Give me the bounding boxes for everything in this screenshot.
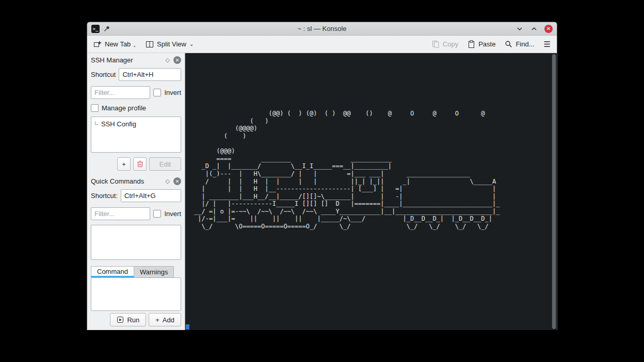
qc-shortcut-label: Shortcut: — [91, 192, 118, 200]
trash-icon — [137, 160, 143, 168]
ssh-manager-close-icon[interactable]: ✕ — [173, 56, 181, 64]
qc-run-button[interactable]: Run — [110, 313, 146, 326]
tree-item-ssh-config[interactable]: SSH Config — [91, 117, 181, 128]
split-view-button[interactable]: Split View ⌄ — [146, 40, 194, 48]
new-tab-icon — [93, 40, 102, 48]
paste-icon — [468, 40, 475, 48]
menu-button[interactable]: ☰ — [544, 40, 551, 49]
ssh-invert-checkbox[interactable] — [153, 89, 161, 96]
quick-commands-panel: Quick Commands ◇ ✕ Shortcut: Invert Comm… — [87, 174, 185, 330]
copy-button[interactable]: Copy — [432, 40, 458, 48]
qc-invert-checkbox[interactable] — [153, 210, 161, 218]
qc-shortcut-row: Shortcut: — [91, 189, 181, 202]
manage-profile-checkbox[interactable] — [91, 104, 99, 112]
konsole-window: >_ ~ : sl — Konsole ✕ — [87, 22, 557, 330]
run-icon — [117, 316, 124, 323]
qc-shortcut-input[interactable] — [121, 189, 181, 202]
qc-invert-label: Invert — [164, 210, 181, 218]
titlebar[interactable]: >_ ~ : sl — Konsole ✕ — [87, 22, 557, 36]
tree-branch-icon — [95, 121, 99, 125]
split-view-icon — [146, 40, 154, 48]
ssh-shortcut-input[interactable] — [119, 68, 181, 81]
quick-commands-close-icon[interactable]: ✕ — [173, 177, 181, 185]
ssh-add-button[interactable]: + — [117, 157, 131, 171]
ssh-edit-button[interactable]: Edit — [149, 157, 181, 171]
hamburger-icon: ☰ — [544, 40, 551, 49]
qc-buttons-row: Run + Add — [91, 313, 181, 326]
copy-label: Copy — [443, 40, 458, 48]
tab-command[interactable]: Command — [91, 266, 134, 277]
new-tab-button[interactable]: New Tab ⌄ — [93, 40, 136, 48]
qc-run-label: Run — [127, 316, 139, 324]
minimize-button[interactable] — [516, 25, 524, 33]
quick-commands-float-icon[interactable]: ◇ — [166, 178, 170, 185]
plus-icon: + — [155, 316, 159, 324]
ssh-shortcut-label: Shortcut — [91, 71, 116, 78]
ssh-shortcut-row: Shortcut — [91, 68, 181, 81]
quick-commands-header: Quick Commands ◇ ✕ — [87, 174, 185, 187]
quick-commands-title: Quick Commands — [91, 177, 162, 185]
qc-command-list[interactable] — [91, 225, 181, 260]
copy-icon — [432, 40, 440, 48]
konsole-app-icon[interactable]: >_ — [91, 25, 100, 33]
ssh-config-tree[interactable]: SSH Config — [91, 117, 181, 153]
sidebar: SSH Manager ◇ ✕ Shortcut Invert Manage p… — [87, 53, 185, 330]
window-content: SSH Manager ◇ ✕ Shortcut Invert Manage p… — [87, 53, 557, 330]
new-tab-label: New Tab — [105, 40, 131, 48]
terminal-view[interactable]: (@@) ( ) (@) ( ) @@ () @ O @ O @ ( ) (@@… — [185, 53, 557, 330]
terminal-output: (@@) ( ) (@) ( ) @@ () @ O @ O @ ( ) (@@… — [185, 53, 557, 231]
qc-command-editor[interactable] — [91, 277, 181, 311]
close-button[interactable]: ✕ — [544, 25, 553, 33]
window-title: ~ : sl — Konsole — [87, 25, 557, 32]
ssh-invert-label: Invert — [164, 89, 181, 96]
find-button[interactable]: Find... — [505, 40, 534, 48]
ssh-manager-float-icon[interactable]: ◇ — [166, 57, 170, 63]
tree-item-label: SSH Config — [101, 120, 136, 128]
tab-warnings[interactable]: Warnings — [134, 266, 174, 277]
qc-tabs: Command Warnings — [91, 266, 185, 277]
ssh-buttons-row: + — [91, 157, 181, 171]
terminal-scrollbar[interactable] — [552, 54, 556, 329]
new-tab-menu-arrow-icon: ⌄ — [133, 43, 136, 48]
ssh-filter-input[interactable] — [91, 86, 150, 99]
paste-label: Paste — [478, 40, 495, 48]
terminal-scrollbar-thumb[interactable] — [552, 54, 556, 329]
ssh-manager-panel: SSH Manager ◇ ✕ Shortcut Invert Manage p… — [87, 53, 185, 174]
qc-add-label: Add — [163, 316, 174, 324]
manage-profile-label: Manage profile — [102, 104, 146, 112]
ssh-manager-title: SSH Manager — [91, 56, 162, 64]
ssh-manager-header: SSH Manager ◇ ✕ — [87, 53, 185, 65]
pin-icon[interactable] — [103, 25, 110, 32]
qc-filter-input[interactable] — [91, 207, 150, 220]
main-toolbar: New Tab ⌄ Split View ⌄ Copy — [87, 36, 557, 53]
manage-profile-row: Manage profile — [91, 104, 181, 112]
terminal-cursor — [186, 324, 189, 330]
ssh-filter-row: Invert — [91, 86, 181, 99]
find-label: Find... — [516, 40, 534, 48]
qc-filter-row: Invert — [91, 207, 181, 220]
ssh-delete-button[interactable] — [133, 157, 147, 171]
search-icon — [505, 40, 512, 48]
qc-add-button[interactable]: + Add — [149, 313, 181, 326]
paste-button[interactable]: Paste — [468, 40, 495, 48]
maximize-button[interactable] — [530, 25, 538, 33]
split-view-label: Split View — [157, 40, 186, 48]
split-view-dropdown-icon: ⌄ — [189, 42, 194, 47]
